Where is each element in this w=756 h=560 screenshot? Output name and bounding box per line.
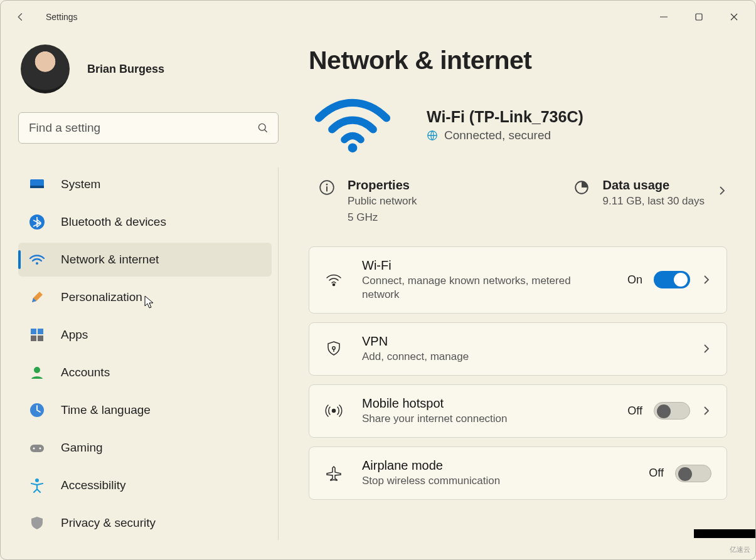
svg-rect-3 <box>30 186 44 188</box>
personalization-icon <box>28 288 46 306</box>
card-hotspot[interactable]: Mobile hotspot Share your internet conne… <box>309 384 727 438</box>
toggle-label: Off <box>627 404 642 418</box>
card-title: Airplane mode <box>362 458 500 473</box>
avatar <box>21 45 70 93</box>
settings-cards: Wi-Fi Connect, manage known networks, me… <box>309 246 727 500</box>
search-icon <box>257 122 269 134</box>
back-arrow-icon <box>15 11 26 23</box>
wifi-status-block: Wi-Fi (TP-Link_736C) Connected, secured <box>309 97 727 153</box>
close-button[interactable] <box>716 4 752 29</box>
sidebar-item-privacy[interactable]: Privacy & security <box>18 506 272 540</box>
bluetooth-icon <box>28 213 46 231</box>
watermark: 亿速云 <box>730 545 750 554</box>
svg-point-21 <box>333 284 334 286</box>
sidebar-item-bluetooth[interactable]: Bluetooth & devices <box>18 205 272 239</box>
data-usage-title: Data usage <box>602 178 705 193</box>
sidebar-item-personalization[interactable]: Personalization <box>18 280 272 314</box>
minimize-button[interactable] <box>646 4 681 29</box>
card-vpn[interactable]: VPN Add, connect, manage <box>309 322 727 376</box>
data-usage-icon <box>573 179 590 196</box>
maximize-button[interactable] <box>681 4 716 29</box>
properties-title: Properties <box>348 178 417 193</box>
airplane-toggle[interactable] <box>675 465 711 482</box>
maximize-icon <box>695 13 703 21</box>
sidebar-item-label: Network & internet <box>61 253 159 267</box>
card-sub: Share your internet connection <box>362 412 508 426</box>
svg-point-23 <box>333 409 336 413</box>
data-usage-line1: 9.11 GB, last 30 days <box>602 194 705 209</box>
sidebar-item-apps[interactable]: Apps <box>18 318 272 352</box>
svg-rect-6 <box>31 329 36 334</box>
sidebar-item-gaming[interactable]: Gaming <box>18 431 272 465</box>
svg-point-14 <box>40 448 41 450</box>
sidebar-item-label: System <box>61 177 100 191</box>
sidebar-item-time[interactable]: Time & language <box>18 393 272 427</box>
window-controls <box>646 4 752 29</box>
svg-point-5 <box>36 262 38 265</box>
properties-line1: Public network <box>348 194 417 209</box>
svg-rect-8 <box>31 335 36 341</box>
hotspot-toggle[interactable] <box>654 402 690 420</box>
time-icon <box>28 401 46 419</box>
wifi-icon <box>324 270 343 289</box>
sidebar-item-system[interactable]: System <box>18 167 272 201</box>
properties-block[interactable]: Properties Public network 5 GHz <box>319 178 417 225</box>
watermark-box <box>694 529 755 538</box>
svg-rect-9 <box>38 335 43 341</box>
sidebar-item-label: Bluetooth & devices <box>61 215 166 229</box>
card-airplane[interactable]: Airplane mode Stop wireless communicatio… <box>309 446 727 500</box>
sidebar-item-label: Accessibility <box>61 478 125 492</box>
page-title: Network & internet <box>309 46 727 75</box>
accessibility-icon <box>28 477 46 494</box>
titlebar: Settings <box>1 1 755 33</box>
main-content: Network & internet Wi-Fi (TP-Link_736C) … <box>286 33 755 559</box>
close-icon <box>730 13 738 21</box>
nav-list: System Bluetooth & devices Network & int… <box>18 167 279 540</box>
card-title: VPN <box>362 334 469 349</box>
system-icon <box>28 176 46 193</box>
sidebar-item-accessibility[interactable]: Accessibility <box>18 468 272 502</box>
info-row: Properties Public network 5 GHz Data usa… <box>309 178 727 225</box>
chevron-right-icon <box>701 275 711 285</box>
card-wifi[interactable]: Wi-Fi Connect, manage known networks, me… <box>309 246 727 314</box>
sidebar-item-label: Personalization <box>61 290 142 304</box>
search-input[interactable] <box>28 120 257 135</box>
sidebar-item-label: Privacy & security <box>61 516 156 530</box>
sidebar-item-label: Gaming <box>61 441 103 455</box>
sidebar-item-label: Accounts <box>61 366 110 379</box>
data-usage-block[interactable]: Data usage 9.11 GB, last 30 days <box>573 178 705 209</box>
card-sub: Connect, manage known networks, metered … <box>362 274 588 302</box>
sidebar-item-accounts[interactable]: Accounts <box>18 356 272 389</box>
card-title: Wi-Fi <box>362 258 588 273</box>
apps-icon <box>28 326 46 344</box>
toggle-label: Off <box>649 467 664 480</box>
wifi-ssid: Wi-Fi (TP-Link_736C) <box>427 108 583 126</box>
wifi-toggle[interactable] <box>654 271 690 288</box>
chevron-right-icon <box>701 344 711 354</box>
wifi-large-icon <box>309 97 397 153</box>
card-title: Mobile hotspot <box>362 396 508 411</box>
account-block[interactable]: Brian Burgess <box>18 45 279 93</box>
svg-point-15 <box>35 478 39 482</box>
svg-point-16 <box>348 143 358 152</box>
wifi-icon <box>28 251 46 268</box>
hotspot-icon <box>324 401 343 420</box>
vpn-icon <box>324 339 343 358</box>
svg-rect-12 <box>30 445 44 452</box>
toggle-label: On <box>627 273 642 287</box>
info-icon <box>319 179 335 196</box>
properties-line2: 5 GHz <box>348 210 417 225</box>
card-sub: Stop wireless communication <box>362 474 500 488</box>
back-button[interactable] <box>12 8 29 26</box>
app-title: Settings <box>46 12 78 22</box>
svg-point-19 <box>326 184 328 186</box>
sidebar-item-label: Time & language <box>61 403 151 417</box>
svg-point-13 <box>33 448 35 450</box>
search-box[interactable] <box>18 112 279 144</box>
sidebar-item-network[interactable]: Network & internet <box>18 243 272 277</box>
wifi-status: Connected, secured <box>444 129 551 142</box>
card-sub: Add, connect, manage <box>362 350 469 364</box>
chevron-right-icon <box>717 186 727 196</box>
account-name: Brian Burgess <box>87 63 164 76</box>
svg-rect-0 <box>696 14 702 20</box>
